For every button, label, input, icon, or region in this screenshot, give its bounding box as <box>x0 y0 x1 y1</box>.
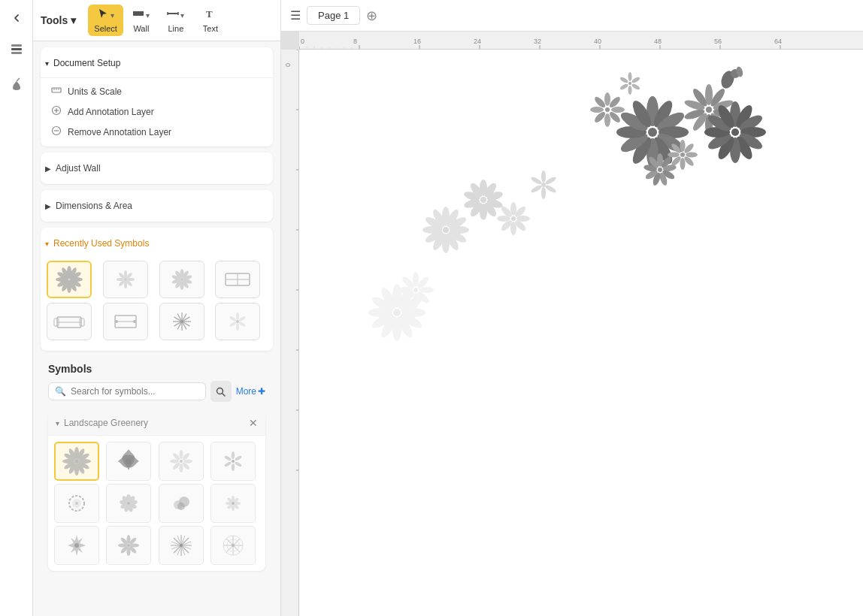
svg-rect-0 <box>11 48 22 50</box>
svg-point-75 <box>236 320 239 323</box>
lg-symbol-8[interactable] <box>210 484 256 523</box>
text-tool[interactable]: T Text <box>194 5 227 36</box>
svg-point-295 <box>611 107 625 113</box>
svg-point-299 <box>590 107 604 113</box>
wall-tool[interactable]: ▾ Wall <box>125 5 158 36</box>
sidebar-content: ▾ Document Setup Units & Scale Add Annot… <box>33 41 280 616</box>
layers-icon[interactable] <box>6 41 27 62</box>
svg-point-206 <box>393 309 401 316</box>
svg-point-252 <box>511 216 516 221</box>
lg-symbol-7[interactable] <box>159 484 204 523</box>
search-button[interactable] <box>210 381 232 402</box>
lg-symbol-9[interactable] <box>54 526 99 565</box>
more-button[interactable]: More ✚ <box>236 386 265 397</box>
svg-point-61 <box>133 320 136 323</box>
page-tabs: ☰ Page 1 ⊕ <box>281 0 863 32</box>
svg-point-268 <box>648 128 657 137</box>
recent-symbol-1[interactable] <box>47 261 92 298</box>
landscape-greenery-section: ▾ Landscape Greenery ✕ <box>48 411 265 571</box>
bucket-icon[interactable] <box>6 74 27 95</box>
lg-symbol-1[interactable] <box>54 442 99 481</box>
symbols-title: Symbols <box>48 363 265 375</box>
svg-text:0: 0 <box>301 38 304 45</box>
lg-symbol-3[interactable] <box>159 442 204 481</box>
lg-symbol-11[interactable] <box>159 526 204 565</box>
svg-point-304 <box>631 83 640 90</box>
svg-point-36 <box>124 281 127 288</box>
select-tool[interactable]: ▾ Select <box>88 5 123 36</box>
recent-symbol-4[interactable] <box>215 261 260 298</box>
add-page-button[interactable]: ⊕ <box>366 8 377 24</box>
svg-point-117 <box>127 502 130 505</box>
toolbar: Tools ▾ ▾ Select ▾ <box>33 0 280 41</box>
search-row: 🔍 More ✚ <box>48 381 265 402</box>
ruler-icon <box>51 85 62 98</box>
svg-rect-4 <box>133 11 144 16</box>
svg-point-262 <box>541 171 546 183</box>
remove-annotation-item[interactable]: Remove Annotation Layer <box>41 122 273 142</box>
svg-point-281 <box>706 107 712 113</box>
plus-icon: ✚ <box>258 386 265 397</box>
svg-point-84 <box>74 459 79 464</box>
left-nav <box>0 0 33 616</box>
recent-symbol-7[interactable] <box>159 303 204 340</box>
dimensions-area-header[interactable]: ▶ Dimensions & Area <box>41 195 273 217</box>
lg-symbol-10[interactable] <box>106 526 151 565</box>
svg-rect-1 <box>11 52 22 54</box>
svg-point-306 <box>619 83 629 90</box>
lg-symbol-12[interactable] <box>210 526 256 565</box>
svg-point-116 <box>72 499 81 508</box>
svg-point-130 <box>232 502 235 505</box>
back-icon[interactable] <box>6 8 27 29</box>
hamburger-icon[interactable]: ☰ <box>290 8 301 23</box>
svg-point-111 <box>232 464 235 471</box>
line-tool[interactable]: ▾ Line <box>159 5 192 36</box>
svg-point-297 <box>604 113 610 127</box>
svg-text:48: 48 <box>654 38 662 45</box>
svg-point-79 <box>236 323 239 331</box>
svg-text:56: 56 <box>714 38 722 45</box>
svg-point-77 <box>238 316 247 322</box>
document-setup-header[interactable]: ▾ Document Setup <box>41 52 273 74</box>
svg-point-101 <box>183 460 192 464</box>
svg-text:T: T <box>206 8 213 20</box>
recent-symbol-6[interactable] <box>103 303 148 340</box>
svg-point-78 <box>238 321 247 327</box>
ruler-top: 0 8 16 24 32 40 <box>299 32 863 50</box>
canvas-area[interactable]: 0 8 16 24 32 40 <box>281 32 863 616</box>
recent-symbol-3[interactable] <box>159 261 204 298</box>
svg-point-80 <box>229 321 238 327</box>
chevron-down-lg-icon: ▾ <box>56 419 59 427</box>
svg-point-103 <box>179 464 183 473</box>
recent-symbol-8[interactable] <box>215 303 260 340</box>
svg-point-293 <box>604 92 610 106</box>
add-annotation-item[interactable]: Add Annotation Layer <box>41 101 273 122</box>
search-input-wrap[interactable]: 🔍 <box>48 382 206 400</box>
recently-used-header[interactable]: ▾ Recently Used Symbols <box>41 232 273 255</box>
close-icon[interactable]: ✕ <box>249 417 258 429</box>
svg-point-113 <box>223 455 232 461</box>
svg-text:8: 8 <box>353 38 357 45</box>
search-icon: 🔍 <box>55 386 66 397</box>
units-scale-item[interactable]: Units & Scale <box>41 81 273 101</box>
svg-point-264 <box>544 184 557 194</box>
svg-line-83 <box>223 393 226 396</box>
select-icon <box>97 8 109 23</box>
lg-symbol-4[interactable] <box>210 442 256 481</box>
lg-symbol-6[interactable] <box>106 484 151 523</box>
adjust-wall-header[interactable]: ▶ Adjust Wall <box>41 157 273 180</box>
lg-symbol-5[interactable] <box>54 484 99 523</box>
chevron-right-icon: ▶ <box>45 165 51 173</box>
recent-symbol-2[interactable] <box>103 261 148 298</box>
page-1-tab[interactable]: Page 1 <box>307 6 360 25</box>
svg-point-313 <box>680 158 686 170</box>
svg-point-241 <box>480 197 486 203</box>
search-input[interactable] <box>71 386 199 397</box>
chevron-down-icon: ▾ <box>45 59 49 68</box>
recent-symbol-5[interactable] <box>47 303 92 340</box>
svg-point-305 <box>628 86 632 95</box>
lg-symbol-2[interactable] <box>106 442 151 481</box>
text-icon: T <box>204 8 217 23</box>
svg-point-109 <box>234 455 242 461</box>
svg-point-140 <box>127 544 130 547</box>
